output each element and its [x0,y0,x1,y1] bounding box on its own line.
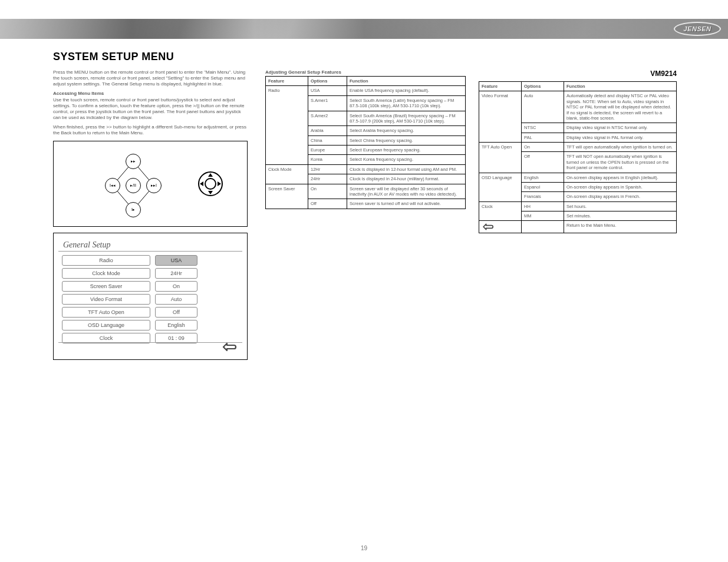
body-paragraph: Use the touch screen, remote control or … [53,97,248,121]
table-header: Feature [479,82,522,91]
table-row: ClockHHSet hours. [479,201,677,211]
table-row: RadioUSAEnable USA frequency spacing (de… [266,86,466,95]
function-cell: TFT will NOT open automatically when ign… [564,152,677,173]
option-cell: Off [308,199,347,209]
body-paragraph: Press the MENU button on the remote cont… [53,70,248,87]
access-heading: Accessing Menu Items [53,91,248,96]
function-cell: Clock is displayed in 24-hour (military)… [347,174,466,184]
dpad-down-button[interactable]: I▸ [126,202,141,217]
option-cell [522,221,564,233]
option-cell: PAL [522,133,564,142]
setup-row-value: On [155,281,197,292]
general-setup-screenshot: General Setup RadioUSAClock Mode24HrScre… [53,233,248,360]
option-cell: Auto [522,91,564,123]
general-setup-features-table-2: FeatureOptionsFunctionVideo FormatAutoAu… [479,81,677,233]
feature-cell: Radio [266,86,308,164]
setup-row[interactable]: Clock Mode24Hr [62,267,240,279]
option-cell: Off [522,152,564,173]
setup-row-value: 01 : 09 [155,333,197,343]
setup-row[interactable]: RadioUSA [62,254,240,266]
setup-row[interactable]: Screen SaverOn [62,280,240,292]
control-diagram: ▸▸ I◂◂ ▸/II ▸▸I I▸ [53,141,248,227]
setup-row[interactable]: OSD LanguageEnglish [62,319,240,330]
setup-row-label: Clock Mode [62,268,150,279]
function-cell: Set minutes. [564,211,677,221]
function-cell: On-screen display appears in English (de… [564,173,677,182]
middle-column: Adjusting General Setup Features Feature… [265,70,466,209]
option-cell: NTSC [522,123,564,133]
function-cell: Automatically detect and display NTSC or… [564,91,677,123]
table-row: Return to the Main Menu. [479,221,677,233]
setup-row-label: TFT Auto Open [62,307,150,318]
general-setup-features-table: FeatureOptionsFunctionRadioUSAEnable USA… [265,76,466,209]
function-cell: Screen saver will be displayed after 30 … [347,184,466,199]
table-row: Screen SaverOnScreen saver will be displ… [266,184,466,199]
back-icon[interactable] [221,340,236,356]
option-cell: On [308,184,347,199]
option-cell: HH [522,201,564,211]
option-cell: Espanol [522,182,564,191]
brand-logo: JENSEN [674,22,721,36]
page-number: 19 [361,545,367,551]
table-row: Clock Mode12HrClock is displayed in 12-h… [266,164,466,174]
feature-cell: Clock Mode [266,164,308,184]
option-cell: USA [308,86,347,95]
option-cell: MM [522,211,564,221]
joystick-icon [197,171,223,197]
feature-cell: Screen Saver [266,184,308,209]
function-cell: On-screen display appears in French. [564,192,677,201]
table-header: Options [308,77,347,86]
option-cell: 12Hr [308,164,347,174]
option-cell: China [308,135,347,145]
table-row: TFT Auto OpenOnTFT will open automatical… [479,143,677,152]
setup-row-label: Radio [62,255,150,266]
dpad-left-button[interactable]: I◂◂ [105,178,120,193]
page-title: SYSTEM SETUP MENU [53,51,174,63]
table-row: OSD LanguageEnglishOn-screen display app… [479,173,677,182]
setup-row-value: English [155,320,197,330]
setup-row-value: USA [155,255,197,266]
left-column: Press the MENU button on the remote cont… [53,70,248,360]
setup-row[interactable]: Video FormatAuto [62,293,240,305]
option-cell: Francais [522,192,564,201]
function-cell: Clock is displayed in 12-hour format usi… [347,164,466,174]
general-setup-features-heading: Adjusting General Setup Features [265,70,466,75]
table-header: Feature [266,77,308,86]
function-cell: Enable USA frequency spacing (default). [347,86,466,95]
brand-text: JENSEN [683,25,711,32]
feature-cell [479,221,522,233]
setup-row-label: Clock [62,333,150,343]
setup-row-value: Off [155,307,197,318]
feature-cell: TFT Auto Open [479,143,522,173]
function-cell: Screen saver is turned off and will not … [347,199,466,209]
dpad-diagram: ▸▸ I◂◂ ▸/II ▸▸I I▸ [89,147,177,224]
dpad-right-button[interactable]: ▸▸I [146,178,162,193]
header-banner: JENSEN [0,19,728,39]
function-cell: Select South America (Brazil) frequency … [347,111,466,126]
setup-row-label: Video Format [62,294,150,305]
function-cell: Select Korea frequency spacing. [347,155,466,164]
option-cell: S.Amer1 [308,95,347,111]
option-cell: On [522,143,564,152]
dpad-center-button[interactable]: ▸/II [126,178,141,193]
setup-row-label: OSD Language [62,320,150,330]
function-cell: Select European frequency spacing. [347,146,466,155]
option-cell: Europe [308,146,347,155]
feature-cell: Clock [479,201,522,221]
table-header: Function [347,77,466,86]
setup-row-label: Screen Saver [62,281,150,292]
option-cell: 24Hr [308,174,347,184]
function-cell: Select China frequency spacing. [347,135,466,145]
divider [58,342,242,343]
function-cell: TFT will open automatically when ignitio… [564,143,677,152]
function-cell: Select Arabia frequency spacing. [347,126,466,135]
access-text: Use the touch screen, remote control or … [53,97,248,136]
function-cell: Set hours. [564,201,677,211]
dpad-up-button[interactable]: ▸▸ [126,154,141,169]
svg-point-5 [205,178,216,189]
function-cell: Select South America (Latin) frequency s… [347,95,466,111]
function-cell: Display video signal in PAL format only. [564,133,677,142]
function-cell: Display video signal in NTSC format only… [564,123,677,133]
function-cell: On-screen display appears in Spanish. [564,182,677,191]
setup-row[interactable]: TFT Auto OpenOff [62,306,240,318]
